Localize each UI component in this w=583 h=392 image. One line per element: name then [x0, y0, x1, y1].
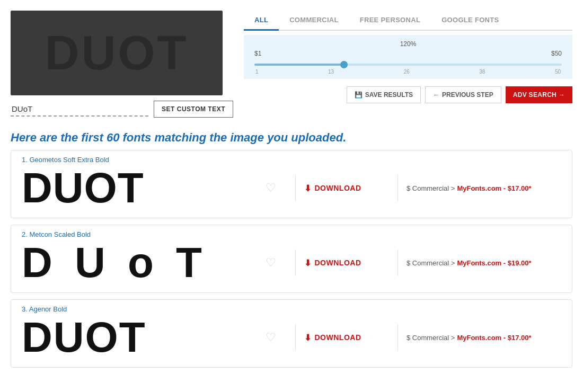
font-card-1: 1. Geometos Soft Extra Bold DUOT ♡ ⬇ DOW…	[11, 150, 572, 218]
price-text-1: $ Commercial >	[407, 184, 455, 192]
max-price-label: $50	[551, 50, 562, 57]
favorite-button-2[interactable]: ♡	[266, 257, 276, 269]
slider-label: 120%	[254, 40, 562, 48]
download-area-3: ⬇ DOWNLOAD	[304, 333, 389, 343]
tick-2: 13	[328, 69, 334, 75]
right-panel: ALL COMMERCIAL FREE PERSONAL GOOGLE FONT…	[244, 11, 572, 103]
font-name-1: 1. Geometos Soft Extra Bold	[22, 156, 561, 164]
heart-area-3: ♡	[255, 332, 287, 343]
divider-5	[295, 324, 296, 351]
font-card-2: 2. Metcon Scaled Bold D U o T ♡ ⬇ DOWNLO…	[11, 225, 572, 293]
save-icon: 💾	[355, 91, 363, 99]
adv-search-label: ADV SEARCH →	[513, 91, 565, 99]
price-info-3: $ Commercial > MyFonts.com - $17.00*	[407, 334, 561, 342]
font-sample-3: DUOT	[22, 316, 255, 359]
results-heading: Here are the first 60 fonts matching the…	[0, 123, 583, 150]
tick-5: 50	[555, 69, 561, 75]
price-text-3: $ Commercial >	[407, 334, 455, 342]
download-label-1: DOWNLOAD	[315, 184, 361, 192]
tick-3: 26	[404, 69, 410, 75]
price-text-2: $ Commercial >	[407, 259, 455, 267]
tab-all[interactable]: ALL	[244, 11, 279, 31]
download-area-1: ⬇ DOWNLOAD	[304, 183, 389, 193]
font-results: 1. Geometos Soft Extra Bold DUOT ♡ ⬇ DOW…	[0, 150, 583, 374]
previous-step-label: PREVIOUS STEP	[442, 91, 493, 99]
set-custom-text-button[interactable]: SET CUSTOM TEXT	[154, 101, 233, 118]
font-card-body-2: D U o T ♡ ⬇ DOWNLOAD $ Commercial > MyFo…	[22, 242, 561, 284]
save-results-button[interactable]: 💾 SAVE RESULTS	[347, 86, 421, 103]
download-label-2: DOWNLOAD	[315, 259, 361, 267]
favorite-button-1[interactable]: ♡	[266, 182, 276, 194]
divider-2	[398, 175, 398, 201]
divider-6	[398, 324, 398, 351]
price-link-3[interactable]: MyFonts.com - $17.00*	[457, 334, 531, 342]
download-icon-2: ⬇	[304, 258, 312, 268]
tab-commercial[interactable]: COMMERCIAL	[279, 11, 349, 31]
divider-4	[398, 250, 398, 276]
font-preview-box: DUOT	[11, 11, 223, 95]
adv-search-button[interactable]: ADV SEARCH →	[506, 86, 572, 103]
price-row: $1 $50	[254, 50, 562, 57]
min-price-label: $1	[254, 50, 261, 57]
tab-free-personal[interactable]: FREE PERSONAL	[349, 11, 431, 31]
heart-area-1: ♡	[255, 182, 287, 194]
tab-google-fonts[interactable]: GOOGLE FONTS	[431, 11, 509, 31]
heart-area-2: ♡	[255, 257, 287, 269]
download-icon-1: ⬇	[304, 183, 312, 193]
price-link-1[interactable]: MyFonts.com - $17.00*	[457, 184, 531, 192]
tabs-row: ALL COMMERCIAL FREE PERSONAL GOOGLE FONT…	[244, 11, 572, 31]
slider-section: 120% $1 $50 1 13 26 38 50	[244, 35, 572, 79]
price-slider[interactable]	[254, 64, 562, 66]
font-sample-1: DUOT	[22, 167, 255, 209]
custom-text-input[interactable]	[11, 102, 148, 117]
font-card-body-1: DUOT ♡ ⬇ DOWNLOAD $ Commercial > MyFonts…	[22, 167, 561, 209]
font-card-3: 3. Agenor Bold DUOT ♡ ⬇ DOWNLOAD $ Comme…	[11, 299, 572, 368]
left-panel: DUOT SET CUSTOM TEXT	[11, 11, 233, 118]
price-info-2: $ Commercial > MyFonts.com - $19.00*	[407, 259, 561, 267]
tick-1: 1	[255, 69, 259, 75]
previous-step-button[interactable]: ← PREVIOUS STEP	[425, 86, 501, 103]
download-button-2[interactable]: ⬇ DOWNLOAD	[304, 258, 361, 268]
price-info-1: $ Commercial > MyFonts.com - $17.00*	[407, 184, 561, 192]
tick-marks: 1 13 26 38 50	[254, 69, 562, 75]
preview-text: DUOT	[45, 26, 189, 81]
price-link-2[interactable]: MyFonts.com - $19.00*	[457, 259, 531, 267]
prev-arrow-icon: ←	[433, 91, 439, 99]
font-card-body-3: DUOT ♡ ⬇ DOWNLOAD $ Commercial > MyFonts…	[22, 316, 561, 359]
favorite-button-3[interactable]: ♡	[266, 332, 276, 343]
font-name-3: 3. Agenor Bold	[22, 305, 561, 313]
download-area-2: ⬇ DOWNLOAD	[304, 258, 389, 268]
font-sample-2: D U o T	[22, 242, 255, 284]
download-icon-3: ⬇	[304, 333, 312, 343]
action-buttons: 💾 SAVE RESULTS ← PREVIOUS STEP ADV SEARC…	[244, 86, 572, 103]
divider-3	[295, 250, 296, 276]
save-results-label: SAVE RESULTS	[365, 91, 413, 99]
text-input-row: SET CUSTOM TEXT	[11, 101, 233, 118]
font-name-2: 2. Metcon Scaled Bold	[22, 230, 561, 238]
download-button-3[interactable]: ⬇ DOWNLOAD	[304, 333, 361, 343]
divider-1	[295, 175, 296, 201]
download-button-1[interactable]: ⬇ DOWNLOAD	[304, 183, 361, 193]
download-label-3: DOWNLOAD	[315, 333, 361, 342]
tick-4: 38	[479, 69, 485, 75]
